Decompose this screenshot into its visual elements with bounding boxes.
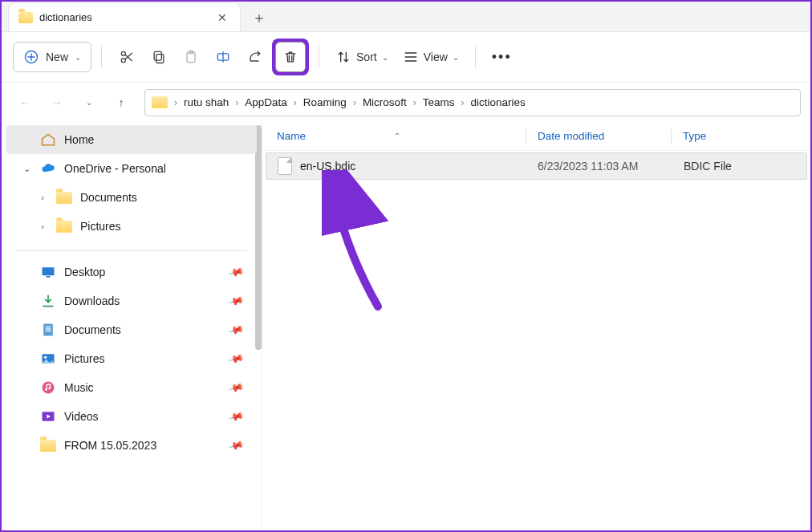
chevron-right-icon[interactable]: › — [37, 221, 48, 231]
svg-rect-10 — [43, 324, 53, 336]
tab-active[interactable]: dictionaries ✕ — [8, 2, 241, 31]
cut-button[interactable] — [112, 42, 142, 72]
folder-icon — [40, 440, 56, 452]
sidebar-item-pictures[interactable]: › Pictures — [6, 212, 257, 241]
svg-rect-11 — [46, 327, 51, 327]
navigation-row: ← → ⌄ ↑ › rutu shah › AppData › Roaming … — [2, 82, 810, 122]
svg-point-16 — [43, 382, 55, 394]
file-row[interactable]: en-US.bdic 6/23/2023 11:03 AM BDIC File — [266, 152, 807, 180]
pin-icon: 📌 — [227, 437, 244, 454]
copy-icon — [151, 49, 167, 65]
chevron-right-icon[interactable]: › — [37, 193, 48, 202]
sidebar-item-onedrive[interactable]: ⌄ OneDrive - Personal — [6, 154, 257, 183]
delete-highlight — [272, 39, 309, 75]
sidebar-label: Desktop — [64, 266, 105, 278]
breadcrumb-bar[interactable]: › rutu shah › AppData › Roaming › Micros… — [144, 89, 801, 116]
sidebar-item-documents-q[interactable]: Documents 📌 — [6, 315, 257, 344]
pin-icon: 📌 — [227, 351, 244, 368]
sidebar-item-music[interactable]: Music 📌 — [6, 373, 257, 402]
column-headers: Name ⌃ Date modified Type — [262, 122, 810, 151]
sidebar-label: FROM 15.05.2023 — [64, 439, 156, 452]
chevron-down-icon: ⌄ — [453, 53, 459, 62]
sidebar: Home ⌄ OneDrive - Personal › Documents ›… — [2, 122, 262, 530]
crumb[interactable]: AppData — [240, 96, 292, 108]
view-button[interactable]: View ⌄ — [396, 42, 465, 72]
rename-button[interactable] — [208, 42, 238, 72]
separator — [475, 46, 476, 68]
pin-icon: 📌 — [227, 408, 244, 425]
copy-button[interactable] — [144, 42, 174, 72]
folder-icon — [152, 96, 168, 108]
sort-label: Sort — [356, 51, 377, 63]
paste-button[interactable] — [176, 42, 206, 72]
sidebar-item-from[interactable]: FROM 15.05.2023 📌 — [6, 431, 257, 460]
chevron-down-icon[interactable]: ⌄ — [21, 164, 32, 174]
clipboard-icon — [183, 49, 199, 65]
svg-rect-13 — [46, 331, 51, 331]
folder-icon — [56, 192, 72, 204]
crumb[interactable]: rutu shah — [179, 96, 233, 108]
home-icon — [40, 132, 56, 148]
sidebar-item-downloads[interactable]: Downloads 📌 — [6, 286, 257, 315]
svg-rect-4 — [154, 51, 161, 60]
more-button[interactable]: ••• — [485, 42, 518, 72]
plus-circle-icon — [23, 49, 39, 65]
music-icon — [40, 380, 56, 396]
pin-icon: 📌 — [227, 293, 244, 310]
file-date: 6/23/2023 11:03 AM — [538, 160, 684, 173]
up-button[interactable]: ↑ — [108, 89, 135, 116]
delete-button[interactable] — [275, 42, 306, 72]
image-icon — [40, 351, 56, 367]
view-label: View — [424, 51, 448, 63]
sidebar-item-desktop[interactable]: Desktop 📌 — [6, 258, 257, 286]
chevron-right-icon: › — [412, 97, 418, 108]
trash-icon — [282, 49, 298, 65]
svg-rect-12 — [46, 328, 51, 329]
recent-dropdown[interactable]: ⌄ — [75, 89, 103, 116]
toolbar: New ⌄ Sort ⌄ View ⌄ ••• — [2, 32, 810, 82]
chevron-right-icon: › — [233, 97, 240, 108]
svg-point-17 — [45, 388, 47, 391]
close-tab-button[interactable]: ✕ — [213, 10, 232, 26]
forward-button[interactable]: → — [43, 89, 71, 116]
sidebar-label: Pictures — [80, 220, 121, 233]
chevron-down-icon: ⌄ — [382, 53, 388, 62]
sidebar-item-videos[interactable]: Videos 📌 — [6, 402, 257, 431]
new-label: New — [46, 51, 68, 63]
new-tab-button[interactable]: ＋ — [246, 4, 273, 31]
sort-button[interactable]: Sort ⌄ — [329, 42, 395, 72]
chevron-right-icon: › — [459, 97, 465, 108]
column-date[interactable]: Date modified — [526, 130, 671, 142]
crumb[interactable]: Teams — [418, 96, 460, 108]
folder-icon — [56, 221, 72, 233]
svg-rect-3 — [156, 55, 164, 63]
annotation-arrow — [322, 170, 418, 315]
cloud-icon — [40, 160, 56, 177]
document-icon — [40, 322, 56, 338]
sidebar-label: Documents — [64, 323, 121, 336]
tab-bar: dictionaries ✕ ＋ — [2, 2, 810, 32]
new-button[interactable]: New ⌄ — [13, 42, 91, 72]
crumb[interactable]: dictionaries — [465, 96, 530, 108]
column-name[interactable]: Name ⌃ — [277, 130, 526, 142]
scissors-icon — [119, 49, 135, 65]
chevron-down-icon: ⌄ — [75, 53, 81, 62]
file-name: en-US.bdic — [300, 160, 538, 173]
sidebar-item-home[interactable]: Home — [6, 125, 257, 154]
separator — [101, 46, 102, 68]
back-button[interactable]: ← — [11, 89, 39, 116]
list-icon — [403, 49, 419, 65]
sidebar-item-pictures-q[interactable]: Pictures 📌 — [6, 344, 257, 373]
svg-rect-9 — [47, 276, 51, 278]
sidebar-label: Videos — [64, 410, 99, 423]
svg-point-18 — [48, 388, 51, 390]
sidebar-label: OneDrive - Personal — [64, 162, 166, 175]
sidebar-label: Downloads — [64, 294, 120, 307]
file-type: BDIC File — [684, 160, 732, 173]
crumb[interactable]: Microsoft — [358, 96, 412, 108]
sidebar-item-documents[interactable]: › Documents — [6, 183, 257, 212]
chevron-right-icon: › — [292, 97, 298, 108]
column-type[interactable]: Type — [672, 130, 706, 142]
share-button[interactable] — [240, 42, 270, 72]
crumb[interactable]: Roaming — [298, 96, 351, 108]
